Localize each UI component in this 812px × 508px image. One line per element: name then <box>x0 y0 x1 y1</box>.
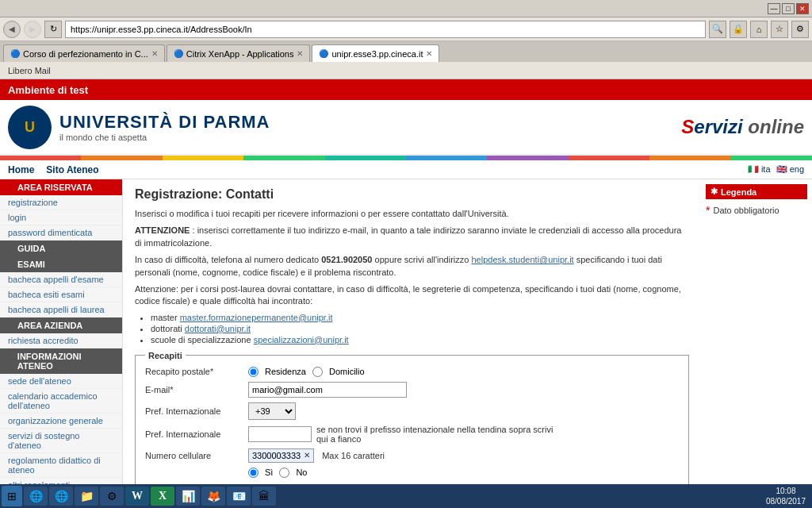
legenda-star-icon: * <box>706 204 710 217</box>
lang-it[interactable]: 🇮🇹 ita <box>748 164 771 174</box>
privacy-no-label: No <box>296 468 307 477</box>
lock-icon: 🔒 <box>730 21 747 38</box>
sidebar-item-login[interactable]: login <box>0 210 122 225</box>
sidebar-item-calendario[interactable]: calendario accademico dell'ateneo <box>0 389 122 414</box>
sidebar: AREA RISERVATA registrazione login passw… <box>0 179 123 484</box>
legenda-icon: ✱ <box>710 187 718 197</box>
legenda-title: ✱ Legenda <box>706 184 807 199</box>
pref-int-2-row: Pref. Internazionale se non trovi il pre… <box>145 425 679 444</box>
minimize-button[interactable]: — <box>768 3 780 14</box>
privacy-no-radio[interactable] <box>279 468 289 478</box>
back-button[interactable]: ◀ <box>3 21 21 38</box>
privacy-radio-row: Sì No <box>145 468 679 478</box>
maximize-button[interactable]: □ <box>782 3 795 14</box>
taskbar-excel-icon[interactable]: X <box>151 487 174 506</box>
pref-int-select[interactable]: +39 <box>248 402 296 420</box>
email-field[interactable] <box>248 382 407 398</box>
tab-close-unipr[interactable]: ✕ <box>426 49 432 58</box>
recapito-domicilio-radio[interactable] <box>312 367 323 377</box>
privacy-si-radio[interactable] <box>248 468 259 478</box>
sidebar-item-bacheca-esiti[interactable]: bacheca esiti esami <box>0 287 122 302</box>
nav-home[interactable]: Home <box>8 164 34 175</box>
recapito-postale-label: Recapito postale* <box>145 367 248 376</box>
tab-corso[interactable]: 🔵 Corso di perfezionamento in C... ✕ <box>3 44 165 62</box>
sidebar-item-richiesta-accredito[interactable]: richiesta accredito <box>0 333 122 348</box>
sidebar-header-esami: ESAMI <box>0 256 122 272</box>
cellulare-tag: 3300003333 ✕ <box>248 448 314 463</box>
taskbar-outlook-icon[interactable]: 📧 <box>227 487 251 506</box>
sidebar-item-servizi-sostegno[interactable]: servizi di sostegno d'ateneo <box>0 429 122 453</box>
helpdesk-email-link[interactable]: helpdesk.studenti@unipr.it <box>471 255 573 264</box>
taskbar-ie-icon[interactable]: 🌐 <box>24 487 48 506</box>
recapito-residenza-radio[interactable] <box>248 367 259 377</box>
sidebar-header-guida: GUIDA <box>0 241 122 256</box>
recapito-radio-group: Residenza Domicilio <box>248 367 365 377</box>
privacy-radio-group: Sì No <box>248 468 307 478</box>
specializzazioni-email-link[interactable]: specializzazioni@unipr.it <box>254 335 349 344</box>
sidebar-sq-guida <box>5 245 11 252</box>
lang-en[interactable]: 🇬🇧 eng <box>776 164 804 174</box>
tab-close-corso[interactable]: ✕ <box>151 49 158 58</box>
taskbar-firefox-icon[interactable]: 🦊 <box>201 487 225 506</box>
warning-text: ATTENZIONE : inserisci correttamente il … <box>135 225 689 249</box>
pref-int-2-label: Pref. Internazionale <box>145 429 248 439</box>
refresh-button[interactable]: ↻ <box>44 21 62 38</box>
content-area: Registrazione: Contatti Inserisci o modi… <box>123 179 701 484</box>
cellulare-row: Numero cellulare 3300003333 ✕ Max 16 car… <box>145 448 679 463</box>
sidebar-item-bacheca-laurea[interactable]: bacheca appelli di laurea <box>0 302 122 318</box>
lang-flags: 🇮🇹 ita 🇬🇧 eng <box>748 164 804 175</box>
browser-toolbar: ◀ ▶ ↻ 🔍 🔒 ⌂ ☆ ⚙ <box>0 17 812 41</box>
taskbar-archive-icon[interactable]: 🏛 <box>252 487 276 506</box>
taskbar-word-icon[interactable]: W <box>125 487 149 506</box>
recapito-domicilio-label: Domicilio <box>329 367 365 376</box>
dottorati-email-link[interactable]: dottorati@unipr.it <box>185 324 251 333</box>
bookmark-liberomail[interactable]: Libero Mail <box>3 66 56 75</box>
sidebar-item-bacheca-appelli[interactable]: bacheca appelli d'esame <box>0 272 122 287</box>
settings-icon[interactable]: ⚙ <box>791 21 809 38</box>
tab-citrix[interactable]: 🔵 Citrix XenApp - Applications ✕ <box>167 44 311 62</box>
recapiti-legend: Recapiti <box>145 351 186 360</box>
sidebar-item-registrazione[interactable]: registrazione <box>0 195 122 210</box>
sidebar-item-sede[interactable]: sede dell'ateneo <box>0 374 122 389</box>
search-button[interactable]: 🔍 <box>709 21 726 38</box>
taskbar-folder-icon[interactable]: 📁 <box>75 487 98 506</box>
recapito-postale-row: Recapito postale* Residenza Domicilio <box>145 367 679 377</box>
privacy-si-label: Sì <box>265 468 273 477</box>
pref-int-1-row: Pref. Internazionale +39 <box>145 402 679 420</box>
star-button[interactable]: ☆ <box>771 21 788 38</box>
sidebar-item-regolamento[interactable]: regolamento didattico di ateneo <box>0 453 122 478</box>
uni-logo-circle: U <box>8 106 52 149</box>
contact-dottorati: dottorati dottorati@unipr.it <box>151 324 689 333</box>
pref-int-helper: se non trovi il prefisso intenazionale n… <box>316 425 553 444</box>
close-button[interactable]: ✕ <box>796 3 809 14</box>
address-bar[interactable] <box>65 21 706 38</box>
sidebar-sq-esami <box>5 261 11 267</box>
cellulare-label: Numero cellulare <box>145 451 248 460</box>
uni-logo: U UNIVERSITÀ DI PARMA il mondo che ti as… <box>8 106 270 149</box>
master-email-link[interactable]: master.formazionepermanente@unipr.it <box>180 313 333 322</box>
nav-sito-ateneo[interactable]: Sito Ateneo <box>46 164 98 175</box>
taskbar-ie2-icon[interactable]: 🌐 <box>49 487 73 506</box>
main-layout: AREA RISERVATA registrazione login passw… <box>0 179 812 484</box>
start-button[interactable]: ⊞ <box>2 486 22 506</box>
sidebar-sq-area-riservata <box>5 184 11 190</box>
help-text: In caso di difficoltà, telefona al numer… <box>135 254 689 279</box>
sidebar-item-password[interactable]: password dimenticata <box>0 225 122 241</box>
tab-close-citrix[interactable]: ✕ <box>297 49 303 58</box>
page-title: Registrazione: Contatti <box>135 187 689 202</box>
taskbar-chart-icon[interactable]: 📊 <box>176 487 200 506</box>
legenda-dato-obbligatorio: * Dato obbligatorio <box>706 204 807 217</box>
recapiti-fieldset: Recapiti Recapito postale* Residenza Dom… <box>135 351 689 484</box>
tab-unipr[interactable]: 🔵 unipr.esse3.pp.cineca.it ✕ <box>312 44 439 62</box>
post-laurea-text: Attenzione: per i corsi post-laurea dovr… <box>135 283 689 308</box>
taskbar-settings-icon[interactable]: ⚙ <box>100 487 124 506</box>
cellulare-clear-button[interactable]: ✕ <box>304 451 310 460</box>
sidebar-sq-area-azienda <box>5 322 11 329</box>
contacts-list: master master.formazionepermanente@unipr… <box>151 313 689 344</box>
sidebar-item-altri-reg[interactable]: altri regolamenti dell'ateneo <box>0 478 122 484</box>
home-browser-button[interactable]: ⌂ <box>750 21 768 38</box>
forward-button[interactable]: ▶ <box>24 21 41 38</box>
test-banner: Ambiente di test <box>0 79 812 100</box>
pref-int-custom-field[interactable] <box>248 426 312 442</box>
sidebar-item-organizzazione[interactable]: organizzazione generale <box>0 414 122 429</box>
